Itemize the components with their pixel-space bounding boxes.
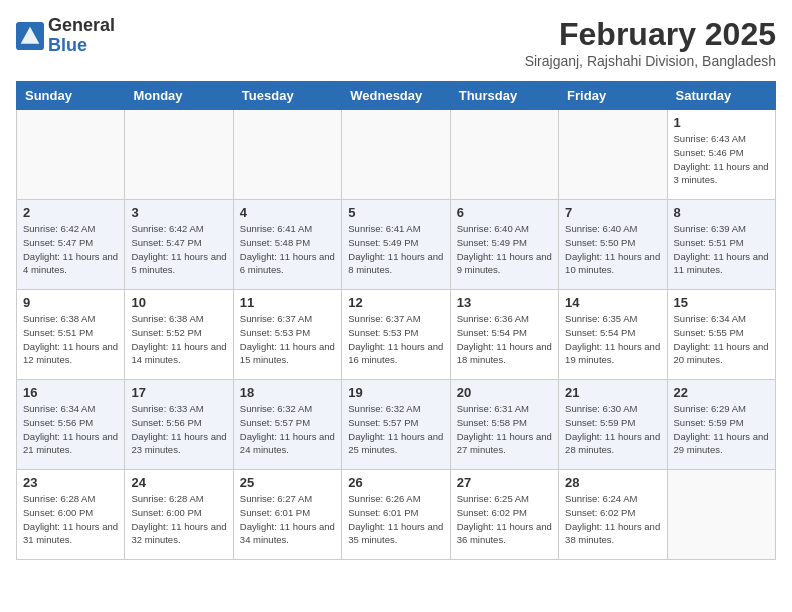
day-info: Sunrise: 6:31 AMSunset: 5:58 PMDaylight:… xyxy=(457,402,552,457)
calendar-cell: 19Sunrise: 6:32 AMSunset: 5:57 PMDayligh… xyxy=(342,380,450,470)
day-info: Sunrise: 6:41 AMSunset: 5:49 PMDaylight:… xyxy=(348,222,443,277)
calendar-cell xyxy=(559,110,667,200)
day-info: Sunrise: 6:28 AMSunset: 6:00 PMDaylight:… xyxy=(131,492,226,547)
day-info: Sunrise: 6:37 AMSunset: 5:53 PMDaylight:… xyxy=(348,312,443,367)
calendar-cell: 17Sunrise: 6:33 AMSunset: 5:56 PMDayligh… xyxy=(125,380,233,470)
day-info: Sunrise: 6:32 AMSunset: 5:57 PMDaylight:… xyxy=(240,402,335,457)
column-header-thursday: Thursday xyxy=(450,82,558,110)
day-number: 4 xyxy=(240,205,335,220)
calendar-cell xyxy=(667,470,775,560)
day-info: Sunrise: 6:38 AMSunset: 5:52 PMDaylight:… xyxy=(131,312,226,367)
calendar-cell: 15Sunrise: 6:34 AMSunset: 5:55 PMDayligh… xyxy=(667,290,775,380)
day-info: Sunrise: 6:42 AMSunset: 5:47 PMDaylight:… xyxy=(23,222,118,277)
day-number: 24 xyxy=(131,475,226,490)
calendar-cell: 23Sunrise: 6:28 AMSunset: 6:00 PMDayligh… xyxy=(17,470,125,560)
calendar-cell: 8Sunrise: 6:39 AMSunset: 5:51 PMDaylight… xyxy=(667,200,775,290)
day-info: Sunrise: 6:34 AMSunset: 5:55 PMDaylight:… xyxy=(674,312,769,367)
calendar-cell xyxy=(233,110,341,200)
calendar-cell: 22Sunrise: 6:29 AMSunset: 5:59 PMDayligh… xyxy=(667,380,775,470)
day-number: 3 xyxy=(131,205,226,220)
day-number: 6 xyxy=(457,205,552,220)
day-info: Sunrise: 6:29 AMSunset: 5:59 PMDaylight:… xyxy=(674,402,769,457)
day-number: 16 xyxy=(23,385,118,400)
day-number: 2 xyxy=(23,205,118,220)
column-header-sunday: Sunday xyxy=(17,82,125,110)
calendar-cell: 12Sunrise: 6:37 AMSunset: 5:53 PMDayligh… xyxy=(342,290,450,380)
day-info: Sunrise: 6:32 AMSunset: 5:57 PMDaylight:… xyxy=(348,402,443,457)
calendar-cell: 14Sunrise: 6:35 AMSunset: 5:54 PMDayligh… xyxy=(559,290,667,380)
calendar-cell: 1Sunrise: 6:43 AMSunset: 5:46 PMDaylight… xyxy=(667,110,775,200)
calendar-table: SundayMondayTuesdayWednesdayThursdayFrid… xyxy=(16,81,776,560)
day-info: Sunrise: 6:27 AMSunset: 6:01 PMDaylight:… xyxy=(240,492,335,547)
day-info: Sunrise: 6:35 AMSunset: 5:54 PMDaylight:… xyxy=(565,312,660,367)
calendar-cell: 4Sunrise: 6:41 AMSunset: 5:48 PMDaylight… xyxy=(233,200,341,290)
calendar-cell: 11Sunrise: 6:37 AMSunset: 5:53 PMDayligh… xyxy=(233,290,341,380)
calendar-week-row: 2Sunrise: 6:42 AMSunset: 5:47 PMDaylight… xyxy=(17,200,776,290)
page-header: General Blue February 2025 Sirajganj, Ra… xyxy=(16,16,776,69)
calendar-cell: 28Sunrise: 6:24 AMSunset: 6:02 PMDayligh… xyxy=(559,470,667,560)
day-info: Sunrise: 6:25 AMSunset: 6:02 PMDaylight:… xyxy=(457,492,552,547)
column-header-tuesday: Tuesday xyxy=(233,82,341,110)
logo-general: General xyxy=(48,15,115,35)
calendar-cell xyxy=(17,110,125,200)
day-number: 21 xyxy=(565,385,660,400)
logo-blue: Blue xyxy=(48,35,87,55)
calendar-cell: 3Sunrise: 6:42 AMSunset: 5:47 PMDaylight… xyxy=(125,200,233,290)
calendar-cell: 21Sunrise: 6:30 AMSunset: 5:59 PMDayligh… xyxy=(559,380,667,470)
day-info: Sunrise: 6:38 AMSunset: 5:51 PMDaylight:… xyxy=(23,312,118,367)
column-header-friday: Friday xyxy=(559,82,667,110)
day-info: Sunrise: 6:33 AMSunset: 5:56 PMDaylight:… xyxy=(131,402,226,457)
day-info: Sunrise: 6:24 AMSunset: 6:02 PMDaylight:… xyxy=(565,492,660,547)
calendar-cell: 26Sunrise: 6:26 AMSunset: 6:01 PMDayligh… xyxy=(342,470,450,560)
day-info: Sunrise: 6:36 AMSunset: 5:54 PMDaylight:… xyxy=(457,312,552,367)
day-info: Sunrise: 6:43 AMSunset: 5:46 PMDaylight:… xyxy=(674,132,769,187)
day-number: 8 xyxy=(674,205,769,220)
calendar-week-row: 1Sunrise: 6:43 AMSunset: 5:46 PMDaylight… xyxy=(17,110,776,200)
calendar-cell: 2Sunrise: 6:42 AMSunset: 5:47 PMDaylight… xyxy=(17,200,125,290)
day-number: 19 xyxy=(348,385,443,400)
calendar-cell: 18Sunrise: 6:32 AMSunset: 5:57 PMDayligh… xyxy=(233,380,341,470)
day-number: 9 xyxy=(23,295,118,310)
calendar-cell: 13Sunrise: 6:36 AMSunset: 5:54 PMDayligh… xyxy=(450,290,558,380)
day-info: Sunrise: 6:40 AMSunset: 5:50 PMDaylight:… xyxy=(565,222,660,277)
day-number: 22 xyxy=(674,385,769,400)
day-number: 17 xyxy=(131,385,226,400)
calendar-week-row: 23Sunrise: 6:28 AMSunset: 6:00 PMDayligh… xyxy=(17,470,776,560)
calendar-cell: 25Sunrise: 6:27 AMSunset: 6:01 PMDayligh… xyxy=(233,470,341,560)
day-number: 11 xyxy=(240,295,335,310)
day-number: 18 xyxy=(240,385,335,400)
day-number: 7 xyxy=(565,205,660,220)
calendar-cell: 27Sunrise: 6:25 AMSunset: 6:02 PMDayligh… xyxy=(450,470,558,560)
day-info: Sunrise: 6:41 AMSunset: 5:48 PMDaylight:… xyxy=(240,222,335,277)
day-info: Sunrise: 6:26 AMSunset: 6:01 PMDaylight:… xyxy=(348,492,443,547)
day-number: 23 xyxy=(23,475,118,490)
generalblue-logo-icon xyxy=(16,22,44,50)
calendar-week-row: 9Sunrise: 6:38 AMSunset: 5:51 PMDaylight… xyxy=(17,290,776,380)
day-number: 25 xyxy=(240,475,335,490)
day-info: Sunrise: 6:37 AMSunset: 5:53 PMDaylight:… xyxy=(240,312,335,367)
day-number: 28 xyxy=(565,475,660,490)
day-number: 15 xyxy=(674,295,769,310)
calendar-cell xyxy=(450,110,558,200)
day-info: Sunrise: 6:28 AMSunset: 6:00 PMDaylight:… xyxy=(23,492,118,547)
column-header-wednesday: Wednesday xyxy=(342,82,450,110)
day-info: Sunrise: 6:42 AMSunset: 5:47 PMDaylight:… xyxy=(131,222,226,277)
day-number: 20 xyxy=(457,385,552,400)
day-info: Sunrise: 6:30 AMSunset: 5:59 PMDaylight:… xyxy=(565,402,660,457)
day-number: 10 xyxy=(131,295,226,310)
day-number: 1 xyxy=(674,115,769,130)
title-block: February 2025 Sirajganj, Rajshahi Divisi… xyxy=(525,16,776,69)
day-info: Sunrise: 6:40 AMSunset: 5:49 PMDaylight:… xyxy=(457,222,552,277)
column-header-monday: Monday xyxy=(125,82,233,110)
day-number: 13 xyxy=(457,295,552,310)
calendar-week-row: 16Sunrise: 6:34 AMSunset: 5:56 PMDayligh… xyxy=(17,380,776,470)
day-info: Sunrise: 6:34 AMSunset: 5:56 PMDaylight:… xyxy=(23,402,118,457)
logo: General Blue xyxy=(16,16,115,56)
calendar-cell xyxy=(342,110,450,200)
day-number: 5 xyxy=(348,205,443,220)
calendar-cell: 7Sunrise: 6:40 AMSunset: 5:50 PMDaylight… xyxy=(559,200,667,290)
column-header-saturday: Saturday xyxy=(667,82,775,110)
calendar-cell: 16Sunrise: 6:34 AMSunset: 5:56 PMDayligh… xyxy=(17,380,125,470)
month-year-title: February 2025 xyxy=(525,16,776,53)
day-number: 12 xyxy=(348,295,443,310)
